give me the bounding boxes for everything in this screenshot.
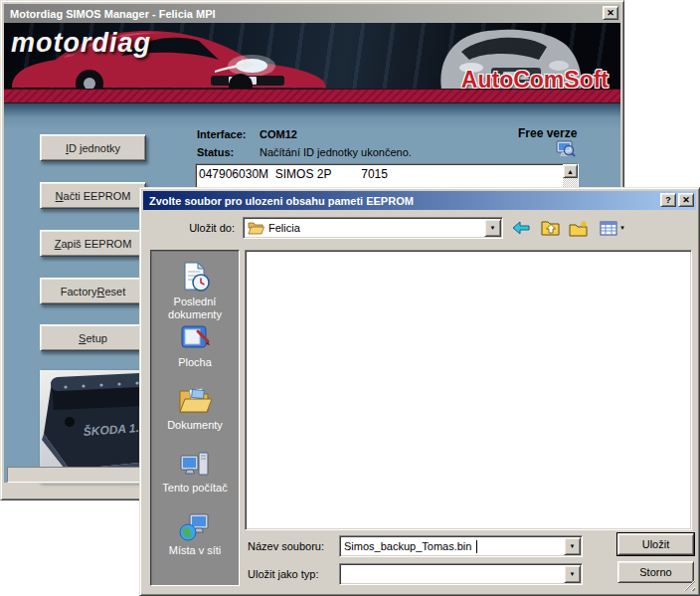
save-button[interactable]: Uložit	[617, 533, 694, 555]
desktop-icon	[179, 323, 211, 353]
open-folder-icon	[248, 221, 264, 235]
dialog-close-button[interactable]: ✕	[678, 193, 694, 207]
recent-documents-icon	[179, 261, 211, 293]
close-icon: ✕	[607, 8, 614, 18]
desktop: Motordiag SIMOS Manager - Felicia MPI ✕ …	[0, 0, 700, 596]
save-in-value: Felicia	[268, 222, 300, 234]
logo-arrow-icon	[215, 57, 255, 75]
scroll-up-button[interactable]: ▲	[563, 164, 578, 178]
dialog-titlebar: Zvolte soubor pro ulozeni obsahu pameti …	[143, 191, 696, 210]
close-icon: ✕	[682, 195, 690, 205]
place-recent-documents[interactable]: Poslední dokumenty	[153, 261, 237, 323]
view-list-icon	[600, 221, 617, 236]
unit-id-list[interactable]: 047906030M SIMOS 2P 7015 ▲	[195, 163, 579, 189]
save-in-dropdown-button[interactable]: ▼	[484, 219, 501, 237]
place-label: Tento počítač	[162, 482, 227, 495]
place-label: Místa v síti	[169, 544, 222, 557]
monitor-search-icon[interactable]	[556, 140, 576, 158]
file-name-combobox[interactable]: Simos_backup_Tomas.bin ▼	[339, 535, 583, 557]
file-type-combobox[interactable]: ▼	[339, 563, 583, 585]
status-label: Status:	[197, 146, 234, 158]
back-button[interactable]	[510, 217, 532, 239]
chevron-down-icon: ▼	[490, 225, 496, 231]
place-label: Dokumenty	[167, 419, 223, 432]
place-label: Plocha	[178, 356, 212, 369]
factory-reset-button[interactable]: Factory Reset	[40, 278, 146, 304]
back-arrow-icon	[512, 220, 530, 236]
nacti-eeprom-button[interactable]: Načti EEPROM	[40, 182, 146, 209]
motordiag-logo: motordiag	[11, 28, 151, 59]
interface-label: Interface:	[197, 128, 247, 140]
setup-button[interactable]: Setup	[40, 324, 146, 351]
file-type-dropdown-button[interactable]: ▼	[564, 565, 581, 583]
chevron-down-icon: ▼	[619, 225, 625, 231]
scroll-up-icon: ▲	[567, 168, 574, 175]
chevron-down-icon: ▼	[570, 571, 576, 577]
file-name-dropdown-button[interactable]: ▼	[564, 537, 581, 555]
file-name-label: Název souboru:	[248, 535, 324, 557]
autocomsoft-brand: AutoComSoft	[461, 67, 609, 94]
save-in-combobox[interactable]: Felicia ▼	[243, 217, 503, 239]
main-titlebar: Motordiag SIMOS Manager - Felicia MPI ✕	[4, 4, 620, 23]
help-icon: ?	[665, 195, 671, 205]
file-list-area[interactable]	[245, 250, 692, 530]
documents-folder-icon	[178, 386, 212, 416]
my-computer-icon	[179, 449, 211, 479]
places-bar: Poslední dokumenty Plocha Dokume	[150, 250, 240, 586]
main-window-title: Motordiag SIMOS Manager - Felicia MPI	[10, 8, 216, 20]
dialog-toolbar: ▼	[510, 217, 628, 239]
place-desktop[interactable]: Plocha	[153, 323, 237, 386]
place-documents[interactable]: Dokumenty	[153, 386, 237, 449]
cancel-button[interactable]: Storno	[617, 561, 694, 583]
id-jednotky-button[interactable]: ID jednotky	[40, 134, 146, 161]
network-places-icon	[179, 511, 211, 541]
create-new-folder-button[interactable]	[568, 217, 590, 239]
file-name-value: Simos_backup_Tomas.bin	[344, 540, 471, 552]
banner: motordiag	[4, 23, 620, 103]
dialog-title: Zvolte soubor pro ulozeni obsahu pameti …	[149, 195, 414, 207]
up-one-level-button[interactable]	[539, 217, 561, 239]
status-value: Načítání ID jednotky ukončeno.	[260, 146, 412, 158]
place-label: Poslední dokumenty	[153, 296, 237, 320]
interface-value: COM12	[260, 128, 297, 140]
save-file-dialog: Zvolte soubor pro ulozeni obsahu pameti …	[139, 187, 700, 596]
unit-list-scrollbar[interactable]: ▲	[563, 164, 578, 188]
new-folder-icon	[569, 220, 589, 237]
main-close-button[interactable]: ✕	[603, 6, 618, 20]
view-menu-button[interactable]: ▼	[597, 217, 628, 239]
text-cursor	[476, 540, 477, 553]
chevron-down-icon: ▼	[570, 543, 576, 549]
unit-id-row[interactable]: 047906030M SIMOS 2P 7015	[196, 164, 563, 188]
file-type-label: Uložit jako typ:	[248, 563, 319, 585]
up-folder-icon	[541, 220, 560, 236]
dialog-help-button[interactable]: ?	[660, 193, 676, 207]
save-in-label: Uložit do:	[150, 217, 235, 239]
zapis-eeprom-button[interactable]: Zapiš EEPROM	[40, 230, 146, 257]
place-my-computer[interactable]: Tento počítač	[153, 449, 237, 511]
free-verze-badge: Free verze	[518, 126, 577, 140]
place-network[interactable]: Místa v síti	[153, 511, 237, 574]
